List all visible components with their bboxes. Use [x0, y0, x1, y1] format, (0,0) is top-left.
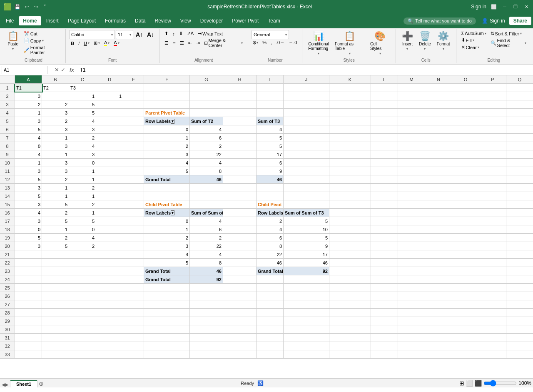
cell-16-16[interactable] — [506, 209, 533, 217]
cell-24-5[interactable]: Grand Total — [144, 275, 190, 283]
find-select-button[interactable]: 🔍 Find & Select ▾ — [489, 37, 528, 49]
cell-22-15[interactable] — [479, 259, 506, 267]
menu-item-team[interactable]: Team — [264, 16, 284, 25]
cell-31-4[interactable] — [123, 334, 144, 342]
cell-12-10[interactable] — [329, 175, 371, 183]
cell-10-10[interactable] — [329, 159, 371, 167]
cell-19-13[interactable] — [425, 234, 452, 242]
cell-6-8[interactable]: 4 — [257, 125, 284, 133]
cell-4-7[interactable] — [223, 109, 257, 117]
delete-button[interactable]: 🗑️ Delete ▾ — [416, 30, 433, 52]
cell-20-1[interactable]: 5 — [42, 242, 69, 250]
cell-7-15[interactable] — [479, 134, 506, 142]
cell-18-12[interactable] — [398, 225, 425, 233]
row-num-28[interactable]: 28 — [0, 309, 15, 317]
cell-19-8[interactable]: 6 — [257, 234, 284, 242]
cell-12-8[interactable]: 46 — [257, 175, 284, 183]
cell-15-11[interactable] — [371, 200, 398, 208]
cell-23-8[interactable]: Grand Total — [257, 267, 284, 275]
cell-2-10[interactable] — [329, 92, 371, 100]
row-num-10[interactable]: 10 — [0, 159, 15, 167]
cell-18-9[interactable]: 10 — [284, 225, 329, 233]
cell-17-2[interactable]: 5 — [69, 217, 96, 225]
cell-13-13[interactable] — [425, 184, 452, 192]
cell-14-3[interactable] — [96, 192, 123, 200]
number-format-selector[interactable]: General ▾ — [252, 30, 289, 39]
menu-item-page-layout[interactable]: Page Layout — [64, 16, 100, 25]
cell-11-0[interactable]: 3 — [15, 167, 42, 175]
cell-17-9[interactable]: 5 — [284, 217, 329, 225]
cell-22-6[interactable]: 8 — [190, 259, 223, 267]
cell-24-12[interactable] — [398, 275, 425, 283]
row-num-9[interactable]: 9 — [0, 150, 15, 158]
cell-21-14[interactable] — [452, 250, 479, 258]
cell-6-3[interactable] — [96, 125, 123, 133]
cell-17-0[interactable]: 3 — [15, 217, 42, 225]
cell-32-2[interactable] — [69, 342, 96, 350]
cell-21-11[interactable] — [371, 250, 398, 258]
cell-10-2[interactable]: 0 — [69, 159, 96, 167]
cell-20-15[interactable] — [479, 242, 506, 250]
cell-4-0[interactable]: 1 — [15, 109, 42, 117]
cell-24-16[interactable] — [506, 275, 533, 283]
cell-22-8[interactable]: 46 — [257, 259, 284, 267]
cell-29-15[interactable] — [479, 317, 506, 325]
cell-18-14[interactable] — [452, 225, 479, 233]
cell-3-7[interactable] — [223, 100, 257, 108]
cell-19-1[interactable]: 2 — [42, 234, 69, 242]
cell-5-5[interactable]: Row Labels ▾ — [144, 117, 190, 125]
cell-25-6[interactable] — [190, 284, 223, 292]
cell-28-2[interactable] — [69, 309, 96, 317]
menu-item-review[interactable]: Review — [150, 16, 175, 25]
cell-10-4[interactable] — [123, 159, 144, 167]
cell-23-5[interactable]: Grand Total — [144, 267, 190, 275]
page-layout-view-icon[interactable]: ⬜ — [466, 380, 473, 387]
cell-4-12[interactable] — [398, 109, 425, 117]
cell-32-7[interactable] — [223, 342, 257, 350]
cell-23-10[interactable] — [329, 267, 371, 275]
merge-center-button[interactable]: ⊟ Merge & Center ▾ — [202, 37, 244, 49]
cell-29-8[interactable] — [257, 317, 284, 325]
close-icon[interactable]: ✕ — [523, 3, 530, 10]
cell-18-16[interactable] — [506, 225, 533, 233]
cell-8-15[interactable] — [479, 142, 506, 150]
cell-17-13[interactable] — [425, 217, 452, 225]
fill-button[interactable]: ⬇ Fill ▾ — [460, 37, 488, 44]
cell-27-13[interactable] — [425, 300, 452, 308]
cell-15-0[interactable]: 3 — [15, 200, 42, 208]
cell-16-8[interactable]: Row Labels ▾ — [257, 209, 284, 217]
cell-1-2[interactable]: T3 — [69, 84, 96, 92]
cell-17-6[interactable]: 4 — [190, 217, 223, 225]
cell-3-5[interactable] — [144, 100, 190, 108]
cell-13-4[interactable] — [123, 184, 144, 192]
cell-1-14[interactable] — [452, 84, 479, 92]
cell-32-14[interactable] — [452, 342, 479, 350]
cell-23-11[interactable] — [371, 267, 398, 275]
cell-8-0[interactable]: 0 — [15, 142, 42, 150]
cell-32-3[interactable] — [96, 342, 123, 350]
clear-button[interactable]: ✕ Clear ▾ — [460, 44, 488, 51]
cell-8-4[interactable] — [123, 142, 144, 150]
cell-32-15[interactable] — [479, 342, 506, 350]
cell-3-14[interactable] — [452, 100, 479, 108]
cell-24-7[interactable] — [223, 275, 257, 283]
cell-13-10[interactable] — [329, 184, 371, 192]
row-num-11[interactable]: 11 — [0, 167, 15, 175]
cell-21-9[interactable]: 17 — [284, 250, 329, 258]
cell-6-13[interactable] — [425, 125, 452, 133]
cell-7-1[interactable]: 1 — [42, 134, 69, 142]
row-num-26[interactable]: 26 — [0, 292, 15, 300]
cell-17-11[interactable] — [371, 217, 398, 225]
cell-2-2[interactable]: 1 — [69, 92, 96, 100]
cell-25-5[interactable] — [144, 284, 190, 292]
cell-29-3[interactable] — [96, 317, 123, 325]
cell-6-11[interactable] — [371, 125, 398, 133]
cell-3-12[interactable] — [398, 100, 425, 108]
cell-29-12[interactable] — [398, 317, 425, 325]
cell-10-15[interactable] — [479, 159, 506, 167]
cell-28-10[interactable] — [329, 309, 371, 317]
cell-28-3[interactable] — [96, 309, 123, 317]
cell-24-15[interactable] — [479, 275, 506, 283]
row-num-30[interactable]: 30 — [0, 325, 15, 333]
cell-4-4[interactable] — [123, 109, 144, 117]
